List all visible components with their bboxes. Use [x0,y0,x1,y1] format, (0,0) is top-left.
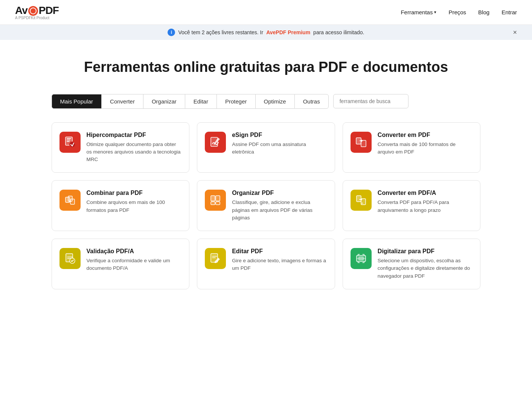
tool-desc-digitalizar: Selecione um dispositivo, escolha as con… [378,257,473,280]
tool-card-editar[interactable]: Editar PDF Gire e adicione texto, imagen… [197,239,335,289]
logo-sub: A PSPDFKit Product [15,16,59,20]
tool-icon-validacao [59,248,81,269]
tool-icon-converter-pdf [351,132,372,153]
tool-icon-combinar [59,190,81,211]
svg-rect-12 [211,196,215,201]
filter-tab-outras[interactable]: Outras [294,94,329,109]
tool-title-digitalizar: Digitalizar para PDF [378,248,473,255]
tool-title-editar: Editar PDF [232,248,327,255]
tool-desc-validacao: Verifique a conformidade e valide um doc… [87,257,182,272]
tool-icon-editar [205,248,226,269]
main-nav: Ferramentas Preços Blog Entrar [401,9,517,15]
filter-tab-editar[interactable]: Editar [185,94,216,109]
filter-tab-mais-popular[interactable]: Mais Popular [52,94,102,109]
svg-rect-3 [67,141,70,142]
svg-rect-11 [70,199,75,204]
nav-tools[interactable]: Ferramentas [401,9,436,15]
tool-desc-converter-pdf: Converta mais de 100 formatos de arquivo… [378,141,473,156]
tool-icon-converter-pdfa: A [351,190,372,211]
svg-rect-13 [216,196,220,201]
tool-title-hipercompactar: Hipercompactar PDF [87,132,182,138]
tool-desc-converter-pdfa: Converta PDF para PDF/A para arquivament… [378,199,473,214]
tool-card-esign[interactable]: eSign PDF Assine PDF com uma assinatura … [197,122,335,173]
filter-tab-proteger[interactable]: Proteger [216,94,255,109]
tool-icon-digitalizar [351,248,372,269]
banner-text-pre: Você tem 2 ações livres restantes. Ir [178,29,263,35]
banner-premium-link[interactable]: AvePDF Premium [266,29,310,35]
banner-close-button[interactable]: × [513,29,517,36]
filter-tab-optimize[interactable]: Optimize [255,94,294,109]
filter-bar: Mais Popular Converter Organizar Editar … [52,94,481,109]
nav-pricing[interactable]: Preços [448,9,466,15]
svg-text:A: A [361,202,363,204]
tool-title-converter-pdf: Converter em PDF [378,132,473,138]
svg-rect-16 [357,196,361,202]
tool-title-organizar: Organizar PDF [232,190,327,196]
tool-title-combinar: Combinar para PDF [87,190,182,196]
logo[interactable]: AvPDF A PSPDFKit Product [15,5,59,20]
tool-card-converter-pdfa[interactable]: A Converter em PDF/A Converta PDF para P… [343,180,481,231]
tool-card-hipercompactar[interactable]: Hipercompactar PDF Otimize qualquer docu… [52,122,190,173]
svg-rect-2 [67,140,70,140]
tool-card-validacao[interactable]: Validação PDF/A Verifique a conformidade… [52,239,190,289]
tool-desc-hipercompactar: Otimize qualquer documento para obter os… [87,141,182,164]
tool-title-converter-pdfa: Converter em PDF/A [378,190,473,196]
search-input[interactable] [333,94,409,108]
page-title: Ferramentas online gratuitas para PDF e … [52,59,481,76]
tool-card-combinar[interactable]: Combinar para PDF Combine arquivos em ma… [52,180,190,231]
tool-card-organizar[interactable]: Organizar PDF Classifique, gire, adicion… [197,180,335,231]
nav-login-button[interactable]: Entrar [502,9,517,15]
nav-blog[interactable]: Blog [478,9,489,15]
svg-rect-14 [211,202,215,205]
tool-desc-esign: Assine PDF com uma assinatura eletrônica [232,141,327,156]
filter-tab-converter[interactable]: Converter [101,94,143,109]
tool-icon-organizar [205,190,226,211]
tool-desc-organizar: Classifique, gire, adicione e exclua pág… [232,199,327,222]
tool-desc-combinar: Combine arquivos em mais de 100 formatos… [87,199,182,214]
tool-icon-esign [205,132,226,153]
info-icon: i [168,29,175,36]
tool-card-digitalizar[interactable]: Digitalizar para PDF Selecione um dispos… [343,239,481,289]
tool-title-esign: eSign PDF [232,132,327,138]
notification-banner: i Você tem 2 ações livres restantes. Ir … [0,25,532,40]
tool-icon-hipercompactar [59,132,81,153]
svg-rect-15 [216,202,220,205]
svg-rect-1 [67,138,71,139]
tool-card-converter-pdf[interactable]: Converter em PDF Converta mais de 100 fo… [343,122,481,173]
filter-tab-organizar[interactable]: Organizar [143,94,185,109]
tool-desc-editar: Gire e adicione texto, imagens e formas … [232,257,327,272]
banner-text-post: para acesso ilimitado. [313,29,364,35]
tools-grid: Hipercompactar PDF Otimize qualquer docu… [52,122,481,289]
tool-title-validacao: Validação PDF/A [87,248,182,255]
